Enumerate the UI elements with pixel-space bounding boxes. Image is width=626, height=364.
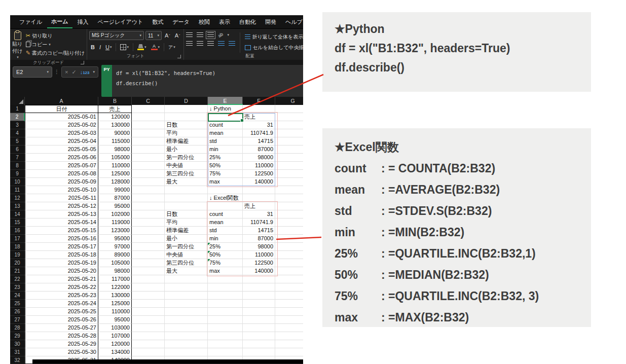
cell-B10[interactable]: 128000 — [98, 178, 132, 186]
row-header-25[interactable]: 25 — [10, 300, 25, 308]
cell-D23[interactable] — [165, 283, 208, 292]
cell-D31[interactable] — [165, 348, 208, 356]
cell-E6[interactable]: min — [208, 145, 243, 154]
row-header-4[interactable]: 4 — [10, 129, 25, 137]
cell-C29[interactable] — [132, 332, 165, 340]
cell-A17[interactable]: 2025-05-16 — [25, 235, 98, 243]
cell-C28[interactable] — [132, 324, 165, 332]
cell-D4[interactable]: 平均 — [165, 129, 208, 137]
align-top-icon[interactable] — [186, 32, 193, 38]
row-header-28[interactable]: 28 — [10, 324, 25, 332]
cell-F31[interactable] — [243, 348, 275, 356]
cell-C7[interactable] — [132, 154, 165, 162]
col-header-G[interactable]: G — [275, 97, 303, 105]
cell-D26[interactable] — [165, 308, 208, 316]
cell-C22[interactable] — [132, 275, 165, 283]
cell-C9[interactable] — [132, 170, 165, 178]
row-header-10[interactable]: 10 — [10, 178, 25, 186]
cell-F9[interactable]: 122500 — [243, 170, 275, 178]
cell-F6[interactable]: 87000 — [243, 145, 275, 154]
cell-G24[interactable] — [275, 292, 303, 300]
row-header-6[interactable]: 6 — [10, 145, 25, 154]
row-header-23[interactable]: 23 — [10, 283, 25, 292]
cell-A23[interactable]: 2025-05-22 — [25, 283, 98, 292]
cell-G7[interactable] — [275, 154, 303, 162]
font-color-button[interactable]: A▾ — [150, 43, 162, 52]
fill-color-button[interactable]: ▾ — [136, 43, 148, 52]
cell-G13[interactable] — [275, 202, 303, 210]
cell-E11[interactable] — [208, 186, 243, 194]
cell-G1[interactable] — [275, 105, 303, 113]
cell-A8[interactable]: 2025-05-07 — [25, 162, 98, 170]
cell-C32[interactable] — [132, 356, 165, 363]
cell-C27[interactable] — [132, 316, 165, 324]
cell-F16[interactable]: 14715 — [243, 227, 275, 235]
cell-G16[interactable] — [275, 227, 303, 235]
cell-F30[interactable] — [243, 340, 275, 348]
cell-A14[interactable]: 2025-05-13 — [25, 210, 98, 219]
cell-D14[interactable]: 日数 — [165, 210, 208, 219]
cell-F21[interactable]: 140000 — [243, 267, 275, 275]
cell-A32[interactable]: 2025-05-31 — [25, 356, 98, 363]
cell-A18[interactable]: 2025-05-17 — [25, 243, 98, 251]
cell-C19[interactable] — [132, 251, 165, 259]
row-header-12[interactable]: 12 — [10, 194, 25, 202]
row-header-18[interactable]: 18 — [10, 243, 25, 251]
cell-F11[interactable] — [243, 186, 275, 194]
cell-A20[interactable]: 2025-05-19 — [25, 259, 98, 267]
ribbon-tab-ページレイアウト[interactable]: ページレイアウト — [94, 16, 148, 28]
cell-C26[interactable] — [132, 308, 165, 316]
cell-B12[interactable]: 87000 — [98, 194, 132, 202]
orientation-button[interactable]: ab — [217, 31, 224, 39]
cell-B30[interactable]: 120000 — [98, 340, 132, 348]
cell-A12[interactable]: 2025-05-11 — [25, 194, 98, 202]
cell-B32[interactable]: 140000 — [98, 356, 132, 363]
cell-F17[interactable]: 87000 — [243, 235, 275, 243]
ribbon-tab-ファイル[interactable]: ファイル — [15, 16, 46, 28]
row-header-19[interactable]: 19 — [10, 251, 25, 259]
cell-C16[interactable] — [132, 227, 165, 235]
cell-A30[interactable]: 2025-05-29 — [25, 340, 98, 348]
align-right-icon[interactable] — [207, 41, 214, 46]
cell-E28[interactable] — [208, 324, 243, 332]
cell-D22[interactable] — [165, 275, 208, 283]
cell-G15[interactable] — [275, 219, 303, 227]
cell-F23[interactable] — [243, 283, 275, 292]
cell-E30[interactable] — [208, 340, 243, 348]
row-header-14[interactable]: 14 — [10, 210, 25, 219]
cell-E27[interactable] — [208, 316, 243, 324]
cell-F14[interactable]: 31 — [243, 210, 275, 219]
cell-F2[interactable]: 売上 — [243, 113, 275, 121]
cell-B26[interactable]: 110000 — [98, 308, 132, 316]
cell-A28[interactable]: 2025-05-27 — [25, 324, 98, 332]
cell-E3[interactable]: count — [208, 121, 243, 129]
cell-G23[interactable] — [275, 283, 303, 292]
cell-F15[interactable]: 110741.9 — [243, 219, 275, 227]
cell-G14[interactable] — [275, 210, 303, 219]
cell-E21[interactable]: max — [208, 267, 243, 275]
align-bottom-icon[interactable] — [207, 32, 214, 38]
cell-E17[interactable]: min — [208, 235, 243, 243]
cell-B20[interactable]: 105000 — [98, 259, 132, 267]
cell-G30[interactable] — [275, 340, 303, 348]
ribbon-tab-挿入[interactable]: 挿入 — [73, 16, 93, 28]
cell-D27[interactable] — [165, 316, 208, 324]
cell-B4[interactable]: 90000 — [98, 129, 132, 137]
cell-B31[interactable]: 134000 — [98, 348, 132, 356]
cell-C11[interactable] — [132, 186, 165, 194]
cell-D1[interactable] — [165, 105, 208, 113]
cell-F10[interactable]: 140000 — [243, 178, 275, 186]
row-header-20[interactable]: 20 — [10, 259, 25, 267]
row-header-22[interactable]: 22 — [10, 275, 25, 283]
cell-A16[interactable]: 2025-05-15 — [25, 227, 98, 235]
increase-indent-icon[interactable] — [229, 41, 235, 46]
cell-C24[interactable] — [132, 292, 165, 300]
cell-G10[interactable] — [275, 178, 303, 186]
cell-E7[interactable]: 25% — [208, 154, 243, 162]
ribbon-tab-ヘルプ[interactable]: ヘルプ — [281, 16, 303, 28]
row-header-32[interactable]: 32 — [10, 356, 25, 363]
name-box[interactable]: E2▾ — [13, 66, 52, 78]
cell-A29[interactable]: 2025-05-28 — [25, 332, 98, 340]
cell-D15[interactable]: 平均 — [165, 219, 208, 227]
cell-F4[interactable]: 110741.9 — [243, 129, 275, 137]
